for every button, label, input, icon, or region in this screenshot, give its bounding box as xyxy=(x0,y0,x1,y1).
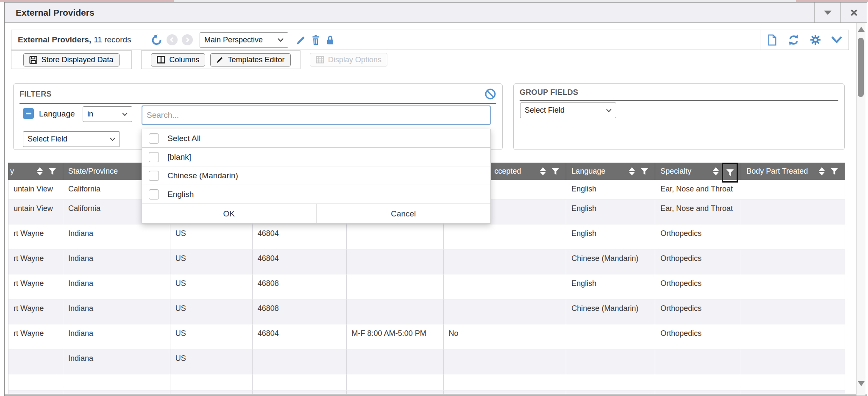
collapse-chevron-icon[interactable] xyxy=(832,36,842,44)
table-row[interactable]: rt WayneIndianaUS46804M-F 8:00 AM-5:00 P… xyxy=(8,324,845,349)
column-header-body-part-treated[interactable]: Body Part Treated xyxy=(741,163,845,180)
perspective-select[interactable]: Main Perspective xyxy=(200,32,288,48)
filter-operator-select[interactable]: in xyxy=(83,106,132,122)
caret-down-icon xyxy=(824,11,832,15)
table-cell: US xyxy=(170,324,253,349)
filter-funnel-icon[interactable] xyxy=(48,168,56,175)
table-row[interactable]: IndianaUS xyxy=(8,349,845,374)
dropdown-option[interactable]: English xyxy=(142,185,490,204)
table-cell xyxy=(741,224,845,249)
table-row[interactable]: rt WayneIndianaUS46808Chinese (Mandarin)… xyxy=(8,299,845,324)
delete-perspective-icon[interactable] xyxy=(311,35,321,45)
table-cell: rt Wayne xyxy=(8,224,63,249)
sort-icon[interactable] xyxy=(819,167,825,175)
filter-funnel-icon[interactable] xyxy=(640,168,648,175)
sort-icon[interactable] xyxy=(540,167,546,175)
option-checkbox[interactable] xyxy=(149,171,159,181)
dropdown-option[interactable]: Chinese (Mandarin) xyxy=(142,166,490,185)
window-close-button[interactable] xyxy=(840,3,867,22)
table-cell: Chinese (Mandarin) xyxy=(566,249,655,274)
option-checkbox[interactable] xyxy=(149,133,159,144)
add-filter-field-select[interactable]: Select Field xyxy=(23,131,120,147)
table-cell xyxy=(741,374,845,390)
table-cell xyxy=(444,224,567,249)
column-header-label: Body Part Treated xyxy=(741,167,819,176)
table-row[interactable]: rt WayneIndianaUS46804EnglishOrthopedics xyxy=(8,224,845,249)
records-count: 11 records xyxy=(94,35,131,44)
table-cell: rt Wayne xyxy=(8,274,63,299)
option-checkbox[interactable] xyxy=(149,189,159,199)
scroll-down-arrow-icon[interactable] xyxy=(858,381,865,386)
columns-button[interactable]: Columns xyxy=(151,53,205,66)
add-filter-field-value: Select Field xyxy=(28,135,67,144)
refresh-icon[interactable] xyxy=(788,34,799,46)
next-perspective-button[interactable] xyxy=(182,34,193,45)
column-header-y[interactable]: y xyxy=(8,163,63,180)
close-icon xyxy=(849,8,859,17)
table-cell: Indiana xyxy=(63,299,170,324)
minus-icon xyxy=(26,113,31,114)
records-title: External Providers, xyxy=(18,35,91,44)
table-cell xyxy=(8,349,63,374)
group-field-select[interactable]: Select Field xyxy=(520,102,616,118)
sort-icon[interactable] xyxy=(37,167,43,175)
filter-funnel-icon[interactable] xyxy=(726,169,734,176)
new-document-icon[interactable] xyxy=(767,34,777,46)
table-cell: Orthopedics xyxy=(655,224,741,249)
column-header-specialty[interactable]: Specialty xyxy=(655,163,741,180)
vertical-scrollbar[interactable] xyxy=(856,23,865,396)
scrollbar-thumb[interactable] xyxy=(858,38,864,97)
display-options-icon xyxy=(316,56,324,64)
table-cell: Indiana xyxy=(63,249,170,274)
language-filter-dropdown: Select All[blank]Chinese (Mandarin)Engli… xyxy=(142,129,491,224)
edit-perspective-icon[interactable] xyxy=(296,35,306,45)
column-header-language[interactable]: Language xyxy=(566,163,655,180)
scroll-up-arrow-icon[interactable] xyxy=(858,27,865,32)
table-cell: US xyxy=(170,224,253,249)
settings-gear-icon[interactable] xyxy=(810,34,821,45)
layout-tools-group: Columns Templates Editor xyxy=(141,50,300,69)
filter-search-input[interactable] xyxy=(142,105,491,125)
group-fields-panel: GROUP FIELDS Select Field xyxy=(513,83,845,150)
records-summary: External Providers, 11 records xyxy=(11,30,143,50)
option-label: Select All xyxy=(167,134,200,143)
view-tools xyxy=(760,30,849,50)
option-checkbox[interactable] xyxy=(149,152,159,162)
remove-filter-button[interactable] xyxy=(23,108,34,119)
dropdown-option[interactable]: Select All xyxy=(142,129,490,148)
sort-icon[interactable] xyxy=(713,167,719,175)
table-row[interactable]: rt WayneIndianaUS46808EnglishOrthopedics xyxy=(8,274,845,299)
table-cell: Ear, Nose and Throat xyxy=(655,180,741,199)
table-cell xyxy=(444,299,567,324)
table-cell xyxy=(347,349,444,374)
titlebar-buttons xyxy=(814,3,867,22)
clear-filters-icon[interactable] xyxy=(484,88,496,100)
option-label: English xyxy=(167,190,194,199)
undo-icon[interactable] xyxy=(151,34,162,46)
table-cell xyxy=(444,374,567,390)
sort-icon[interactable] xyxy=(629,167,635,175)
column-header-label: Specialty xyxy=(655,167,713,176)
dropdown-option[interactable]: [blank] xyxy=(142,148,490,166)
pencil-icon xyxy=(216,56,224,64)
table-cell xyxy=(347,249,444,274)
filter-field-label: Language xyxy=(39,109,75,119)
prev-perspective-button[interactable] xyxy=(167,34,178,45)
table-cell: 46804 xyxy=(253,224,347,249)
store-displayed-data-button[interactable]: Store Displayed Data xyxy=(23,53,119,66)
dropdown-ok-button[interactable]: OK xyxy=(142,204,317,223)
table-cell xyxy=(741,349,845,374)
table-row[interactable]: rt WayneIndianaUS46804Chinese (Mandarin)… xyxy=(8,249,845,274)
table-cell xyxy=(655,374,741,390)
table-cell xyxy=(253,349,347,374)
filter-funnel-icon[interactable] xyxy=(830,168,838,175)
table-row[interactable] xyxy=(8,374,845,390)
lock-perspective-icon[interactable] xyxy=(325,35,335,45)
window-menu-button[interactable] xyxy=(814,3,840,22)
filter-funnel-icon[interactable] xyxy=(551,168,559,175)
table-cell: Chinese (Mandarin) xyxy=(566,299,655,324)
table-cell: untain View xyxy=(8,180,63,199)
dropdown-cancel-button[interactable]: Cancel xyxy=(317,204,491,223)
table-cell xyxy=(347,224,444,249)
templates-editor-button[interactable]: Templates Editor xyxy=(210,53,290,66)
